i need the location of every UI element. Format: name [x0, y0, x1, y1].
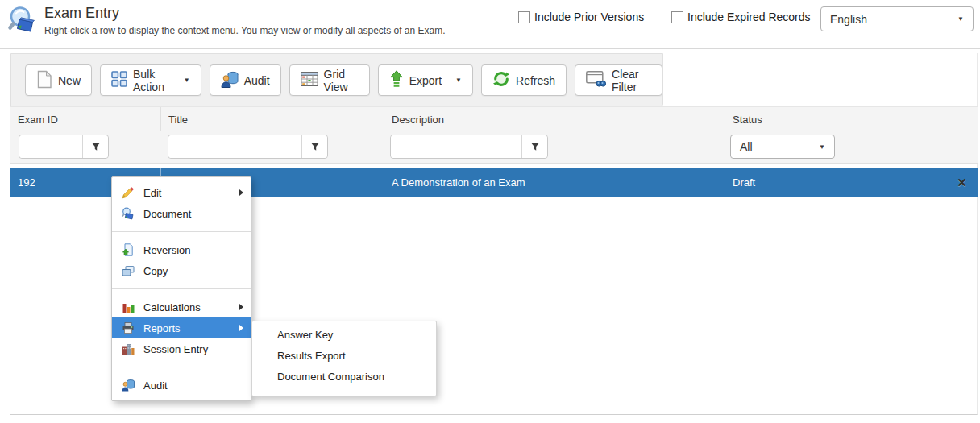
top-header-bar: Exam Entry Right-click a row to display …	[0, 0, 980, 49]
language-select[interactable]: English ▼	[820, 6, 974, 31]
column-header-label: Description	[392, 114, 444, 126]
menu-item-label: Reports	[143, 322, 181, 334]
context-menu-item-calculations[interactable]: Calculations	[112, 297, 251, 317]
buildings-icon	[122, 342, 135, 355]
refresh-button[interactable]: Refresh	[481, 64, 567, 96]
column-header-actions	[945, 107, 978, 131]
audit-button[interactable]: Audit	[210, 64, 281, 96]
submenu-arrow-icon	[239, 304, 243, 310]
include-prior-versions-label: Include Prior Versions	[534, 10, 644, 23]
menu-item-label: Calculations	[143, 301, 201, 313]
pencil-icon	[122, 186, 135, 199]
bar-chart-icon	[122, 301, 135, 313]
grid-view-button[interactable]: Grid View	[289, 64, 370, 96]
new-button-label: New	[58, 74, 81, 87]
menu-item-label: Reversion	[143, 244, 191, 256]
new-page-icon	[36, 70, 52, 91]
description-filter-input[interactable]	[391, 135, 521, 158]
menu-item-label: Session Entry	[143, 343, 208, 355]
include-prior-versions-checkbox[interactable]	[518, 11, 530, 23]
description-filter-button[interactable]	[521, 135, 547, 158]
submenu-item-label: Answer Key	[277, 329, 333, 341]
language-select-value: English	[830, 13, 867, 26]
submenu-arrow-icon	[239, 325, 243, 331]
page-subtitle: Right-click a row to display the context…	[44, 25, 446, 36]
column-header-label: Title	[168, 114, 188, 126]
menu-item-label: Edit	[143, 187, 161, 199]
title-filter-button[interactable]	[301, 135, 327, 158]
column-header-label: Exam ID	[18, 114, 58, 126]
menu-item-label: Document	[143, 208, 191, 220]
cell-description: A Demonstration of an Exam	[384, 168, 725, 197]
reversion-page-icon	[122, 243, 135, 256]
copy-icon	[122, 264, 135, 277]
chevron-down-icon: ▼	[957, 15, 964, 23]
title-filter-input[interactable]	[168, 135, 301, 158]
clear-filter-button[interactable]: Clear Filter	[575, 64, 662, 96]
status-value: Draft	[733, 176, 755, 189]
context-menu-item-session-entry[interactable]: Session Entry	[112, 338, 251, 359]
context-menu-item-audit[interactable]: Audit	[112, 375, 251, 396]
column-header-title[interactable]: Title	[160, 107, 384, 131]
export-up-arrow-icon	[389, 70, 404, 90]
status-filter-value: All	[740, 140, 753, 153]
include-expired-records-checkbox[interactable]	[671, 11, 683, 23]
page-title: Exam Entry	[44, 5, 119, 22]
cell-status: Draft	[725, 168, 945, 197]
new-button[interactable]: New	[25, 64, 92, 96]
grid-view-table-icon	[301, 72, 318, 89]
submenu-item-answer-key[interactable]: Answer Key	[252, 324, 436, 345]
grid-toolbar: New Bulk Action ▼	[10, 53, 663, 106]
menu-divider	[112, 367, 251, 367]
clear-filter-window-icon	[586, 71, 606, 89]
context-menu-item-edit[interactable]: Edit	[112, 182, 251, 203]
exam-id-value: 192	[18, 176, 35, 189]
export-button[interactable]: Export ▼	[378, 64, 473, 96]
exam-id-filter-input[interactable]	[19, 135, 82, 158]
exam-id-filter-group	[19, 135, 109, 159]
clear-filter-button-label: Clear Filter	[612, 68, 651, 93]
context-menu-item-reports[interactable]: Reports	[112, 317, 251, 338]
bulk-action-button[interactable]: Bulk Action ▼	[100, 64, 201, 96]
funnel-icon	[91, 142, 101, 151]
title-filter-group	[168, 135, 328, 159]
column-header-label: Status	[733, 114, 762, 126]
delete-x-icon: ✕	[957, 176, 967, 190]
chevron-down-icon: ▼	[819, 143, 825, 151]
context-menu-item-reversion[interactable]: Reversion	[112, 239, 251, 260]
menu-item-label: Audit	[143, 379, 168, 392]
menu-divider	[112, 288, 251, 289]
submenu-item-results-export[interactable]: Results Export	[252, 345, 436, 366]
submenu-item-label: Results Export	[277, 350, 346, 362]
column-header-description[interactable]: Description	[384, 107, 725, 131]
exam-entry-app-icon	[6, 5, 40, 39]
menu-item-label: Copy	[143, 265, 168, 277]
grid-filter-row: All ▼	[10, 131, 978, 164]
reports-submenu: Answer Key Results Export Document Compa…	[251, 321, 437, 396]
context-menu: Edit Document Reversion	[111, 176, 251, 401]
bulk-action-grid-icon	[111, 71, 127, 89]
exam-id-filter-button[interactable]	[82, 135, 108, 158]
refresh-button-label: Refresh	[516, 74, 555, 87]
export-button-label: Export	[409, 74, 442, 87]
include-expired-records-label: Include Expired Records	[687, 10, 811, 23]
description-filter-group	[390, 135, 548, 159]
context-menu-item-copy[interactable]: Copy	[112, 260, 251, 281]
document-search-icon	[122, 207, 135, 220]
delete-row-button[interactable]: ✕	[945, 168, 978, 197]
chevron-down-icon: ▼	[184, 77, 190, 84]
submenu-item-label: Document Comparison	[277, 371, 384, 383]
grid-header-row: Exam ID Title Description Status	[10, 106, 978, 131]
funnel-icon	[530, 142, 540, 151]
column-header-status[interactable]: Status	[725, 107, 945, 131]
column-header-exam-id[interactable]: Exam ID	[10, 107, 160, 131]
status-filter-select[interactable]: All ▼	[730, 135, 835, 159]
funnel-icon	[310, 142, 320, 151]
context-menu-item-document[interactable]: Document	[112, 203, 251, 224]
submenu-item-document-comparison[interactable]: Document Comparison	[252, 366, 436, 387]
grid-view-button-label: Grid View	[324, 68, 359, 93]
printer-icon	[122, 321, 135, 334]
audit-user-database-icon	[122, 379, 135, 392]
description-value: A Demonstration of an Exam	[392, 176, 525, 189]
audit-user-database-icon	[221, 71, 239, 90]
